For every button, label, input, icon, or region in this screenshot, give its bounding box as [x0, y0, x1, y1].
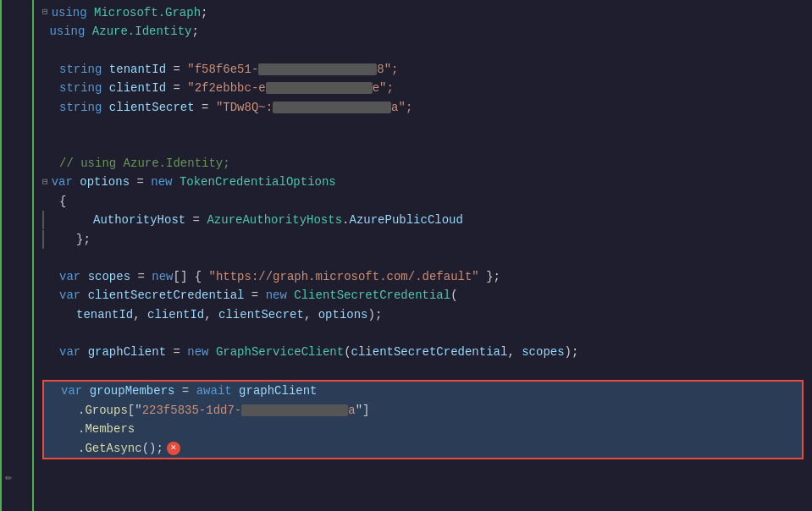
token: var — [59, 286, 80, 305]
code-content-area[interactable]: ⊟using Microsoft.Graph; using Azure.Iden… — [34, 0, 812, 511]
code-editor: ⊟using Microsoft.Graph; using Azure.Iden… — [0, 0, 812, 511]
code-line — [42, 135, 804, 154]
token: string — [59, 60, 102, 79]
collapse-icon[interactable]: ⊟ — [42, 5, 48, 20]
token: [] { — [173, 267, 208, 286]
token: new — [151, 173, 172, 191]
editor-gutter — [0, 0, 34, 511]
token: clientId — [147, 305, 204, 324]
token: graphClient — [239, 382, 317, 400]
token: tenantId — [109, 60, 166, 79]
code-line: tenantId, clientId, clientSecret, option… — [42, 305, 804, 324]
token: scopes — [88, 267, 130, 286]
token: clientSecretCredential — [351, 343, 508, 361]
token — [82, 382, 89, 400]
token: new — [152, 267, 173, 286]
token: clientSecret — [218, 305, 304, 324]
token: . — [78, 420, 85, 438]
token: Groups — [85, 401, 127, 420]
code-line — [42, 117, 804, 135]
token: GraphServiceClient — [216, 343, 344, 361]
token — [80, 286, 87, 305]
line-content: using Azure.Identity; — [42, 22, 199, 41]
token: Microsoft.Graph — [94, 3, 201, 22]
token: [" — [128, 401, 142, 420]
token: scopes — [522, 343, 564, 361]
token: }; — [479, 267, 500, 286]
token: Azure.Identity — [92, 22, 192, 41]
token: string — [59, 79, 102, 97]
token: new — [266, 286, 287, 305]
token: = — [166, 79, 187, 97]
token: , — [507, 343, 522, 361]
token: string — [59, 98, 102, 117]
token: var — [52, 173, 73, 191]
token — [173, 173, 180, 191]
code-line: string tenantId = "f58f6e51-8"; — [42, 60, 804, 79]
token: 223f5835-1dd7- — [142, 401, 242, 420]
code-line: }; — [42, 230, 804, 249]
token — [42, 22, 49, 41]
token: a — [348, 401, 355, 420]
code-line: var graphClient = new GraphServiceClient… — [42, 343, 804, 361]
token: new — [187, 343, 208, 361]
token: . — [342, 211, 349, 229]
token: ClientSecretCredential — [294, 286, 450, 305]
token: clientSecret — [109, 98, 195, 117]
collapse-icon[interactable]: ⊟ — [42, 175, 48, 190]
token — [208, 343, 215, 361]
line-content: var clientSecretCredential = new ClientS… — [42, 286, 458, 305]
token: AuthorityHost — [93, 211, 185, 229]
token: . — [78, 439, 85, 458]
token: = — [130, 267, 152, 286]
token: , — [304, 305, 318, 324]
line-content: string clientSecret = "TDw8Q~:a"; — [42, 98, 412, 117]
token — [102, 98, 108, 117]
code-line — [42, 249, 804, 267]
line-content: tenantId, clientId, clientSecret, option… — [42, 305, 382, 324]
token: = — [185, 211, 207, 229]
code-line — [42, 324, 804, 343]
token: ); — [565, 343, 579, 361]
token: var — [59, 267, 80, 286]
line-content: .GetAsync();✕ — [44, 439, 180, 458]
line-content: var graphClient = new GraphServiceClient… — [42, 343, 578, 361]
token: = — [166, 343, 187, 361]
code-line: .Groups["223f5835-1dd7-a"] — [42, 401, 804, 420]
token: var — [59, 343, 80, 361]
token — [87, 3, 94, 22]
token: GetAsync — [85, 439, 141, 458]
token: AzureAuthorityHosts — [207, 211, 342, 229]
code-line — [42, 41, 804, 60]
code-line: AuthorityHost = AzureAuthorityHosts.Azur… — [42, 211, 804, 229]
token: ; — [191, 22, 198, 41]
token: a"; — [391, 98, 412, 117]
code-line: string clientId = "2f2ebbbc-ee"; — [42, 79, 804, 97]
line-content: string tenantId = "f58f6e51-8"; — [42, 60, 399, 79]
token: options — [80, 173, 130, 191]
line-content: .Groups["223f5835-1dd7-a"] — [44, 401, 369, 420]
line-content: { — [42, 192, 66, 211]
redacted-text — [273, 102, 391, 113]
edit-icon[interactable]: ✏ — [5, 470, 12, 484]
token: tenantId — [76, 305, 133, 324]
token: ( — [344, 343, 351, 361]
token: groupMembers — [90, 382, 175, 400]
token: "2f2ebbbc-e — [187, 79, 265, 97]
code-line: using Azure.Identity; — [42, 22, 804, 41]
token: // using Azure.Identity; — [59, 154, 230, 173]
token: { — [59, 192, 66, 211]
token — [102, 60, 108, 79]
redacted-text — [241, 404, 348, 416]
code-line: .GetAsync();✕ — [42, 439, 804, 459]
token: , — [133, 305, 147, 324]
line-content: AuthorityHost = AzureAuthorityHosts.Azur… — [42, 211, 463, 229]
token — [80, 267, 87, 286]
token: = — [130, 173, 151, 191]
token: options — [318, 305, 368, 324]
token: = — [174, 382, 196, 400]
token: ); — [368, 305, 383, 324]
token: , — [204, 305, 218, 324]
line-content: ⊟using Microsoft.Graph; — [42, 3, 207, 22]
token — [85, 22, 91, 41]
